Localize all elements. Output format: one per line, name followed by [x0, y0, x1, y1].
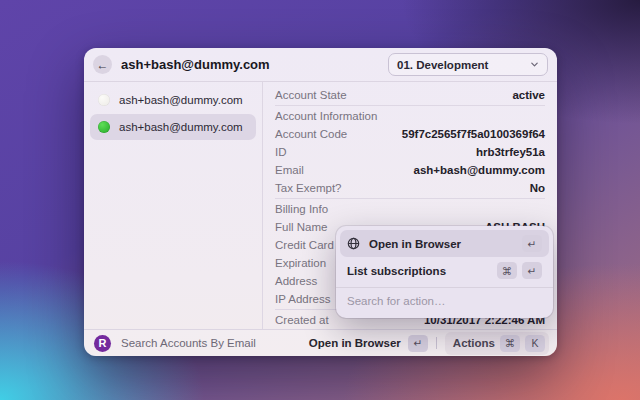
account-status-dot-icon — [98, 121, 110, 133]
status-bar: R Search Accounts By Email Open in Brows… — [84, 329, 557, 356]
window-header: ← ash+bash@dummy.com 01. Development — [84, 48, 557, 82]
detail-label: Full Name — [275, 221, 327, 233]
divider — [436, 337, 437, 349]
k-key-badge: K — [525, 335, 545, 352]
detail-label: Billing Info — [275, 203, 328, 215]
list-item[interactable]: ash+bash@dummy.com — [90, 87, 256, 113]
divider — [275, 198, 545, 199]
command-name: Search Accounts By Email — [121, 337, 309, 349]
detail-label: Email — [275, 164, 304, 176]
detail-label: Expiration — [275, 257, 326, 269]
detail-section-header: Billing Info — [275, 200, 545, 218]
popup-item-label: Open in Browser — [369, 238, 513, 250]
detail-row: Account Code 59f7c2565f7f5a0100369f64 — [275, 125, 545, 143]
account-status-dot-icon — [98, 94, 110, 106]
globe-icon — [347, 237, 360, 250]
detail-label: IP Address — [275, 293, 330, 305]
detail-value: ash+bash@dummy.com — [414, 164, 545, 176]
page-title: ash+bash@dummy.com — [121, 57, 388, 72]
detail-row: Account State active — [275, 86, 545, 104]
detail-value: active — [512, 89, 545, 101]
back-button[interactable]: ← — [93, 55, 112, 74]
chevron-down-icon — [530, 60, 539, 69]
actions-button[interactable]: Actions ⌘ K — [445, 332, 549, 355]
detail-label: ID — [275, 146, 287, 158]
detail-label: Tax Exempt? — [275, 182, 341, 194]
cmd-key-badge: ⌘ — [497, 262, 517, 279]
list-item-label: ash+bash@dummy.com — [119, 94, 243, 106]
detail-row: ID hrb3trfey51a — [275, 143, 545, 161]
detail-row: Tax Exempt? No — [275, 179, 545, 197]
return-key-badge: ↵ — [408, 335, 428, 352]
detail-label: Created at — [275, 314, 329, 326]
detail-label: Account Information — [275, 110, 377, 122]
back-arrow-icon: ← — [97, 58, 109, 72]
results-list: ash+bash@dummy.com ash+bash@dummy.com — [84, 82, 263, 329]
detail-label: Credit Card — [275, 239, 334, 251]
environment-dropdown-value: 01. Development — [397, 59, 530, 71]
detail-label: Account Code — [275, 128, 347, 140]
environment-dropdown[interactable]: 01. Development — [388, 53, 548, 76]
list-item-label: ash+bash@dummy.com — [119, 121, 243, 133]
return-key-badge: ↵ — [522, 262, 542, 279]
detail-value: No — [530, 182, 545, 194]
popup-item-label: List subscriptions — [347, 265, 488, 277]
return-key-badge: ↵ — [522, 235, 542, 252]
action-search-input[interactable] — [347, 295, 542, 307]
divider — [275, 105, 545, 106]
detail-value: hrb3trfey51a — [476, 146, 545, 158]
popup-item-open-in-browser[interactable]: Open in Browser ↵ — [340, 230, 549, 257]
actions-button-label: Actions — [453, 337, 495, 349]
detail-row: Email ash+bash@dummy.com — [275, 161, 545, 179]
detail-section-header: Account Information — [275, 107, 545, 125]
cmd-key-badge: ⌘ — [500, 335, 520, 352]
primary-action-label[interactable]: Open in Browser — [309, 337, 401, 349]
detail-value: 59f7c2565f7f5a0100369f64 — [402, 128, 545, 140]
list-item-selected[interactable]: ash+bash@dummy.com — [90, 114, 256, 140]
actions-popup: Open in Browser ↵ List subscriptions ⌘ ↵ — [336, 226, 553, 318]
detail-label: Account State — [275, 89, 347, 101]
detail-label: Address — [275, 275, 317, 287]
popup-item-list-subscriptions[interactable]: List subscriptions ⌘ ↵ — [340, 257, 549, 284]
recurly-logo-icon: R — [94, 335, 111, 352]
launcher-window: ← ash+bash@dummy.com 01. Development ash… — [84, 48, 557, 356]
action-search-row — [340, 288, 549, 314]
